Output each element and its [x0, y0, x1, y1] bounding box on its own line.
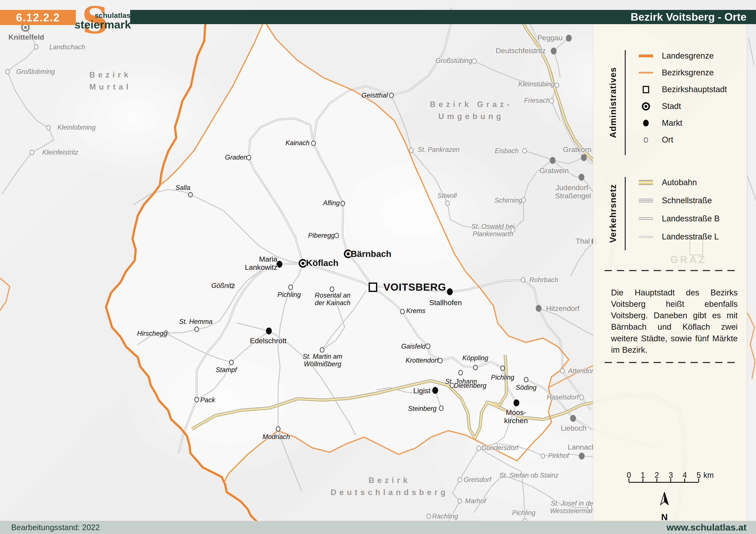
place-label: Krems — [406, 307, 425, 315]
place-label: Greisdorf — [464, 476, 491, 484]
place-marker-ort — [195, 327, 199, 332]
logo-line-2: steiermark — [74, 18, 131, 31]
place-label: Lieboch — [561, 424, 586, 432]
place-label: Rosental an der Kainach — [315, 292, 350, 307]
page-title: Bezirk Voitsberg - Orte — [631, 11, 746, 23]
sheet-code-box: 6.12.2.2 — [0, 10, 76, 25]
place-label: St. Martin am Wöllmißberg — [303, 353, 342, 368]
place-label: Edelschrott — [250, 337, 286, 345]
place-marker-ort — [560, 368, 565, 373]
place-marker-ort — [340, 201, 345, 206]
legend-symbol-markt — [643, 120, 649, 126]
place-marker-ort — [500, 366, 505, 371]
schulatlas-logo: S schulatlas steiermark — [76, 2, 132, 36]
place-label: VOITSBERG — [383, 281, 446, 293]
place-label: St. Oswald bei Plankenwarth — [472, 223, 515, 238]
footer-url: www.schulatlas.at — [666, 522, 746, 533]
place-marker-ort — [409, 148, 414, 153]
scale-bar-line — [629, 482, 699, 483]
place-marker-ort — [458, 498, 462, 504]
place-label: St. Stefan ob Stainz — [500, 472, 558, 479]
place-label: St. Josef in der Weststeiermark — [550, 500, 596, 515]
place-label: Dietenberg — [454, 382, 486, 390]
place-label: Köflach — [306, 258, 338, 268]
legend-item-square: Bezirkshauptstadt — [635, 85, 727, 94]
legend-item-lb: Landesstraße B — [635, 214, 719, 223]
place-label: Gößnitz — [211, 282, 235, 290]
legend-divider-admin — [625, 50, 626, 155]
legend-item-autobahn: Autobahn — [635, 178, 697, 187]
place-label: Söding — [516, 384, 537, 392]
place-marker-ort — [330, 287, 335, 292]
place-marker-ort — [445, 201, 450, 206]
place-label: Rohrbach — [529, 276, 558, 284]
place-label: Knittelfeld — [9, 33, 44, 41]
footer-bar: Bearbeitungsstand: 2022 www.schulatlas.a… — [0, 521, 756, 534]
place-marker-ort — [523, 148, 527, 154]
place-marker-ort — [472, 59, 477, 64]
legend-item-line-thick: Landesgrenze — [635, 51, 714, 61]
place-label: Attendorf — [568, 367, 595, 375]
place-label: Haselsdorf — [547, 394, 579, 401]
place-label: Gundersdorf — [481, 444, 518, 452]
legend-symbol-stadt — [642, 102, 650, 111]
place-label: Hirschegg — [137, 330, 167, 338]
place-label: Pichling — [512, 509, 536, 517]
legend-divider-verkehr — [625, 177, 626, 250]
place-label: Pirkhof — [548, 452, 569, 460]
place-marker-markt — [514, 399, 520, 406]
sheet-code: 6.12.2.2 — [16, 11, 60, 24]
legend-item-schnell: Schnellstraße — [635, 196, 712, 205]
legend-symbol-autobahn — [639, 180, 653, 185]
footer-status: Bearbeitungsstand: 2022 — [11, 523, 100, 532]
place-label: Ligist — [413, 387, 430, 395]
place-label: Gaisfeld — [401, 343, 426, 350]
place-label: Pichling — [491, 374, 515, 381]
place-label: Pichling — [278, 291, 301, 299]
place-marker-ort — [276, 426, 281, 432]
place-marker-hauptstadt — [369, 283, 377, 292]
legend-symbol-line-thick — [639, 55, 653, 57]
place-label: Moos- kirchen — [504, 408, 528, 425]
place-label: Thal — [576, 237, 590, 245]
scale-tick — [642, 478, 643, 482]
place-marker-markt — [566, 35, 572, 41]
place-label: Kleinstübing — [518, 81, 555, 88]
graz-label: GRAZ — [670, 254, 707, 266]
legend-section-title-verkehr: Verkehrsnetz — [608, 184, 618, 243]
note-divider-bottom — [605, 362, 736, 363]
place-label: Stiwoll — [437, 192, 457, 200]
place-marker-ort — [555, 83, 559, 88]
place-label: Piberegg — [308, 232, 335, 240]
place-label: Großlobming — [16, 68, 55, 76]
title-bar: Bezirk Voitsberg - Orte — [130, 10, 756, 24]
scale-tick — [629, 478, 629, 482]
place-label: Graden — [225, 154, 247, 161]
place-marker-ort — [521, 277, 526, 283]
place-marker-markt — [579, 453, 585, 460]
place-marker-ort — [400, 309, 405, 314]
place-marker-ort — [550, 98, 554, 104]
legend-symbol-lb — [639, 217, 653, 220]
north-arrow: N — [658, 491, 671, 512]
legend-label: Stadt — [662, 102, 681, 111]
place-label: Friesach — [524, 97, 550, 104]
place-marker-markt — [447, 288, 453, 295]
legend-label: Schnellstraße — [662, 196, 712, 205]
legend-symbol-square — [643, 86, 649, 93]
place-marker-ort — [46, 125, 51, 131]
place-marker-ort — [458, 477, 462, 483]
note-divider-top — [605, 270, 736, 271]
legend-label: Ort — [662, 135, 673, 144]
place-label: Kleinlobming — [57, 124, 96, 131]
place-marker-ort — [427, 514, 431, 519]
place-marker-markt — [581, 154, 587, 161]
place-label: Gratkorn — [563, 145, 591, 154]
region-label: Bezirk Murtal — [89, 69, 131, 93]
place-marker-ort — [188, 192, 193, 197]
place-label: Peggau — [537, 34, 562, 42]
place-label: St. Pankrazen — [418, 146, 460, 154]
place-marker-markt — [570, 415, 576, 422]
place-label: Kleinfeistritz — [42, 149, 78, 156]
district-note: Die Hauptstadt des Bezirks Voitsberg hei… — [611, 287, 738, 355]
